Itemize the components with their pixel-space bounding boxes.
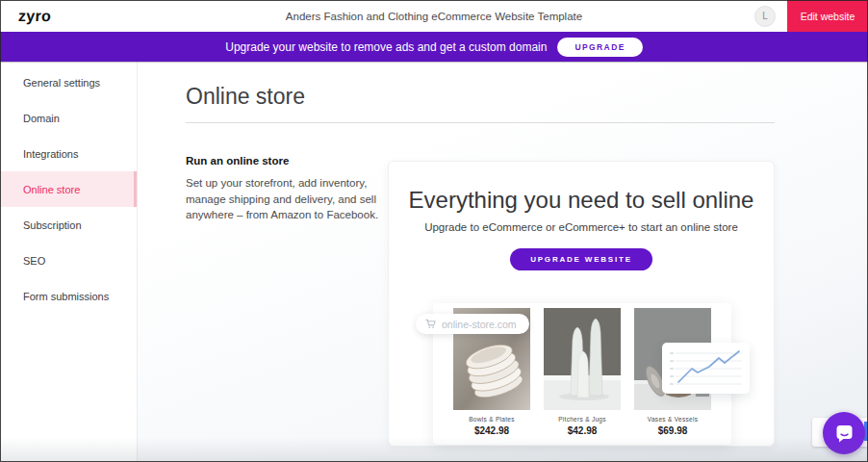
line-chart-icon xyxy=(662,343,750,394)
chat-bubble-icon xyxy=(833,423,855,445)
main-content: Online store Run an online store Set up … xyxy=(138,62,868,462)
top-bar: zyro Anders Fashion and Clothing eCommer… xyxy=(0,0,868,32)
sidebar-item-seo[interactable]: SEO xyxy=(0,243,137,278)
page-title: Online store xyxy=(186,84,305,110)
upgrade-banner-text: Upgrade your website to remove ads and g… xyxy=(225,40,547,54)
settings-sidebar: General settings Domain Integrations Onl… xyxy=(0,62,138,462)
domain-pill-text: online-store.com xyxy=(442,319,517,330)
site-template-title: Anders Fashion and Clothing eCommerce We… xyxy=(0,11,868,22)
product-price: $42.98 xyxy=(568,425,598,436)
product-name: Vases & Vessels xyxy=(648,416,698,423)
intro-heading: Run an online store xyxy=(186,155,396,167)
product-price: $242.98 xyxy=(474,425,509,436)
sidebar-item-form-submissions[interactable]: Form submissions xyxy=(0,278,137,314)
upgrade-banner: Upgrade your website to remove ads and g… xyxy=(0,32,868,62)
upgrade-banner-button[interactable]: UPGRADE xyxy=(557,38,642,57)
ecommerce-promo-card: Everything you need to sell online Upgra… xyxy=(388,161,775,447)
sidebar-item-integrations[interactable]: Integrations xyxy=(0,136,137,171)
online-store-intro: Run an online store Set up your storefro… xyxy=(186,155,396,223)
sales-chart-card xyxy=(662,343,750,394)
product-name: Bowls & Plates xyxy=(469,416,515,423)
chat-widget-button[interactable] xyxy=(823,412,865,454)
promo-heading: Everything you need to sell online xyxy=(389,187,774,214)
cart-icon xyxy=(425,319,436,329)
sidebar-item-domain[interactable]: Domain xyxy=(0,100,137,136)
promo-subheading: Upgrade to eCommerce or eCommerce+ to st… xyxy=(389,221,774,233)
sidebar-item-online-store[interactable]: Online store xyxy=(0,171,137,207)
product-card-pitchers: Pitchers & Jugs $42.98 xyxy=(541,308,624,445)
domain-pill: online-store.com xyxy=(416,314,529,334)
sidebar-item-subscription[interactable]: Subscription xyxy=(0,207,137,243)
sidebar-item-general-settings[interactable]: General settings xyxy=(0,64,137,100)
product-image-pitchers xyxy=(544,308,621,410)
upgrade-website-button[interactable]: UPGRADE WEBSITE xyxy=(510,248,652,270)
product-name: Pitchers & Jugs xyxy=(558,416,606,423)
product-price: $69.98 xyxy=(658,425,688,436)
title-divider xyxy=(186,122,775,123)
intro-description: Set up your storefront, add inventory, m… xyxy=(186,175,396,223)
